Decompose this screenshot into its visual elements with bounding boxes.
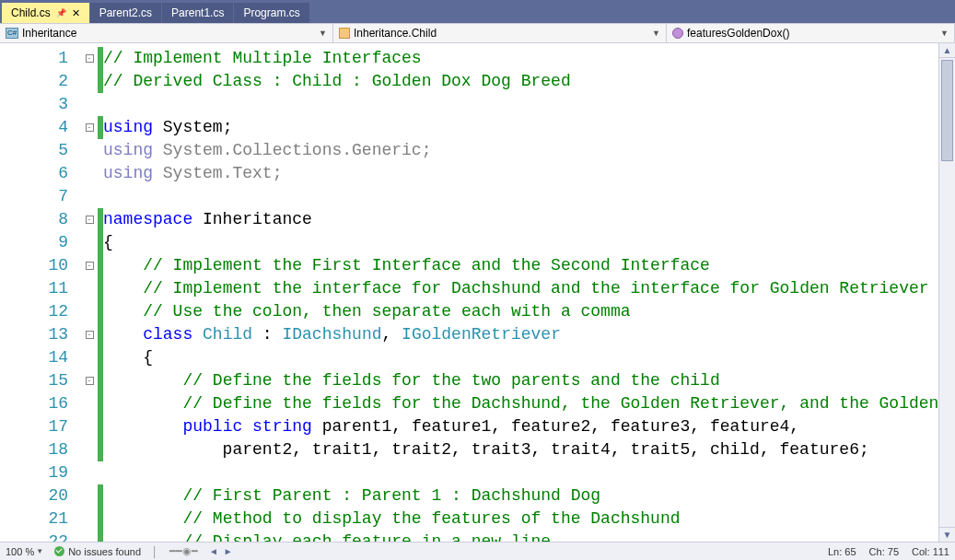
code-line[interactable]: // First Parent : Parent 1 : Dachshund D… [103,484,938,508]
code-line[interactable]: using System; [103,116,938,139]
line-label: Ln: 65 [828,546,856,557]
method-icon [672,28,683,39]
line-number: 17 [0,415,68,438]
class-dropdown[interactable]: Inheritance.Child ▼ [333,24,667,42]
code-line[interactable]: // Method to display the features of the… [103,508,938,531]
tab-label: Parent2.cs [99,6,152,19]
line-number-gutter: 12345678910111213141516171819202122 [0,43,81,542]
checkmark-icon [54,546,64,556]
code-line[interactable]: public string parent1, feature1, feature… [103,415,938,438]
scroll-thumb[interactable] [941,60,953,161]
line-number: 5 [0,139,68,162]
code-line[interactable]: using System.Text; [103,162,938,185]
issue-nav[interactable]: ◄ ► [209,546,233,556]
code-line[interactable]: // Display each feature in a new line [103,531,938,542]
code-line[interactable]: // Implement Multiple Interfaces [103,47,938,70]
line-number: 16 [0,392,68,415]
scroll-down-arrow[interactable]: ▼ [939,527,955,542]
line-number: 11 [0,277,68,300]
fold-toggle[interactable]: - [86,331,94,339]
char-label: Ch: 75 [869,546,899,557]
col-label: Col: 111 [912,546,949,557]
document-tab[interactable]: Program.cs [234,3,309,23]
line-number: 21 [0,508,68,531]
code-line[interactable] [103,185,938,208]
chevron-down-icon: ▼ [652,29,660,38]
document-tab-row: Child.cs📌✕Parent2.csParent1.csProgram.cs [0,0,955,23]
tab-label: Program.cs [243,6,299,19]
line-number: 7 [0,185,68,208]
line-number: 3 [0,93,68,116]
member-dropdown[interactable]: featuresGoldenDox() ▼ [667,24,955,42]
code-line[interactable]: // Implement the interface for Dachshund… [103,277,938,300]
line-number: 2 [0,70,68,93]
pin-icon[interactable]: 📌 [56,8,66,18]
line-number: 6 [0,162,68,185]
code-line[interactable]: // Use the colon, then separate each wit… [103,300,938,323]
close-icon[interactable]: ✕ [72,7,80,19]
zoom-level[interactable]: 100 % ▼ [6,546,43,557]
line-number: 9 [0,231,68,254]
scroll-up-arrow[interactable]: ▲ [939,43,955,58]
chevron-down-icon: ▼ [36,547,43,555]
line-number: 19 [0,461,68,484]
scope-label: Inheritance [22,27,76,40]
code-line[interactable]: parent2, trait1, trait2, trait3, trait4,… [103,438,938,461]
next-issue-icon[interactable]: ► [224,546,233,556]
line-number: 18 [0,438,68,461]
code-area[interactable]: // Implement Multiple Interfaces// Deriv… [103,43,938,542]
chevron-down-icon: ▼ [319,29,327,38]
line-number: 10 [0,254,68,277]
class-label: Inheritance.Child [354,27,437,40]
line-number: 20 [0,484,68,508]
issues-indicator[interactable]: No issues found [54,546,141,557]
slider-icon[interactable]: ━━◉━ [169,545,198,557]
code-line[interactable]: class Child : IDachshund, IGoldenRetriev… [103,323,938,346]
line-number: 14 [0,346,68,369]
csharp-icon: C# [6,28,18,39]
class-icon [339,28,350,39]
line-number: 12 [0,300,68,323]
line-number: 15 [0,369,68,392]
zoom-label: 100 % [6,546,34,557]
document-tab[interactable]: Parent2.cs [90,3,162,23]
code-line[interactable]: // Define the fields for the Dachshund, … [103,392,938,415]
chevron-down-icon: ▼ [940,29,949,38]
tab-label: Child.cs [11,6,51,19]
line-number: 4 [0,116,68,139]
code-line[interactable]: namespace Inheritance [103,208,938,231]
code-line[interactable]: using System.Collections.Generic; [103,139,938,162]
code-editor[interactable]: 12345678910111213141516171819202122 ----… [0,43,955,542]
caret-position: Ln: 65 Ch: 75 Col: 111 [828,546,949,557]
member-label: featuresGoldenDox() [687,27,789,40]
fold-column[interactable]: ------ [81,43,98,542]
code-line[interactable]: { [103,346,938,369]
code-line[interactable] [103,461,938,484]
scope-dropdown[interactable]: C# Inheritance ▼ [0,24,333,42]
fold-toggle[interactable]: - [86,123,94,132]
status-bar: 100 % ▼ No issues found │ ━━◉━ ◄ ► Ln: 6… [0,542,955,560]
code-line[interactable]: // Derived Class : Child : Golden Dox Do… [103,70,938,93]
tab-label: Parent1.cs [171,6,224,19]
code-line[interactable]: // Define the fields for the two parents… [103,369,938,392]
code-line[interactable] [103,93,938,116]
line-number: 8 [0,208,68,231]
divider: │ [152,546,158,557]
fold-toggle[interactable]: - [86,216,94,224]
prev-issue-icon[interactable]: ◄ [209,546,218,556]
vertical-scrollbar[interactable]: ▲ ▼ [938,43,955,542]
code-line[interactable]: // Implement the First Interface and the… [103,254,938,277]
fold-toggle[interactable]: - [86,377,94,385]
code-line[interactable]: { [103,231,938,254]
document-tab[interactable]: Parent1.cs [162,3,234,23]
line-number: 1 [0,47,68,70]
issues-label: No issues found [68,546,141,557]
line-number: 13 [0,323,68,346]
document-tab[interactable]: Child.cs📌✕ [2,3,90,23]
navigation-bar: C# Inheritance ▼ Inheritance.Child ▼ fea… [0,23,955,43]
fold-toggle[interactable]: - [86,54,94,63]
fold-toggle[interactable]: - [86,262,94,270]
